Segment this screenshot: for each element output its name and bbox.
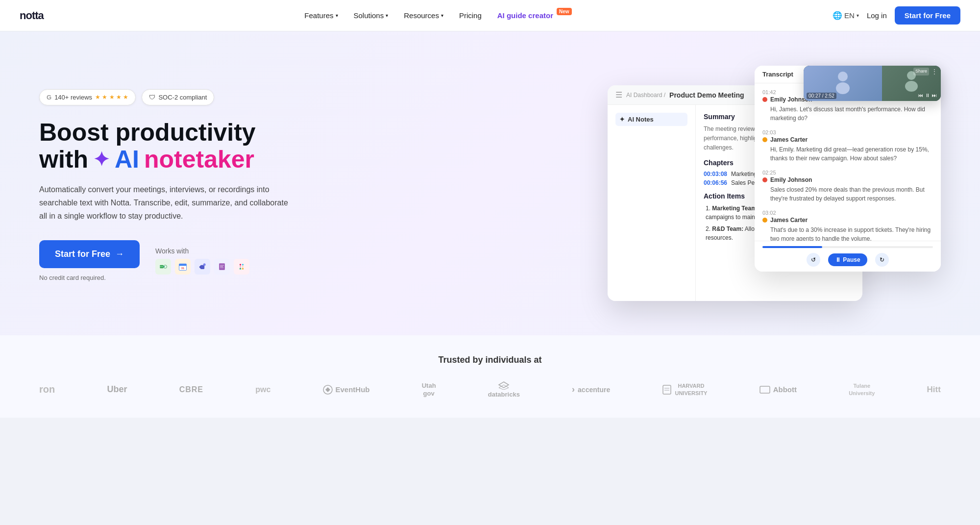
nav-features[interactable]: Features ▾ — [298, 7, 343, 24]
transcript-entry: 03:02 James Carter That's due to a 30% i… — [762, 210, 933, 241]
pause-icon: ⏸ — [835, 256, 841, 263]
logo[interactable]: notta — [20, 9, 44, 22]
google-calendar-icon: 31 — [175, 259, 191, 275]
globe-icon: 🌐 — [833, 11, 842, 20]
g-icon: G — [47, 94, 51, 101]
new-badge: New — [557, 8, 572, 15]
trusted-logos: ron Uber CBRE pwc EventHub Utahgov datab… — [39, 381, 941, 398]
logo-harvard: HARVARDUNIVERSITY — [662, 382, 707, 397]
nav-resources[interactable]: Resources ▾ — [398, 7, 449, 24]
video-time-label: 00:27 / 2:52 — [807, 93, 836, 99]
chevron-down-icon: ▾ — [336, 13, 338, 18]
nav-links: Features ▾ Solutions ▾ Resources ▾ Prici… — [298, 7, 577, 24]
svg-point-21 — [905, 81, 918, 92]
transcript-entry: 02:03 James Carter Hi, Emily. Marketing … — [762, 129, 933, 163]
progress-fill — [762, 246, 822, 248]
svg-rect-9 — [220, 265, 224, 266]
hero-content-left: G 140+ reviews ★ ★ ★ ★ ★ 🛡 SOC-2 complia… — [39, 89, 294, 288]
nav-solutions[interactable]: Solutions ▾ — [348, 7, 394, 24]
video-person1: 00:27 / 2:52 — [804, 66, 882, 101]
shield-icon: 🛡 — [149, 94, 155, 101]
speaker-indicator — [762, 137, 767, 142]
svg-point-15 — [242, 268, 244, 270]
forward-icon: ⏭ — [932, 93, 937, 98]
teams-icon — [195, 259, 210, 275]
transcript-body: 01:42 Emily Johnson Hi, James. Let's dis… — [755, 83, 941, 241]
speaker-row: James Carter — [762, 136, 933, 143]
soc-badge: 🛡 SOC-2 compliant — [142, 89, 214, 105]
integration-icons: 31 — [155, 259, 249, 275]
svg-rect-17 — [243, 266, 244, 268]
demo-meeting-title: Product Demo Meeting — [669, 91, 744, 99]
svg-point-18 — [838, 72, 848, 81]
login-button[interactable]: Log in — [867, 11, 887, 20]
rewind-button[interactable]: ↺ — [807, 253, 820, 267]
speaker-indicator — [762, 177, 767, 182]
more-icon: ⋮ — [931, 68, 938, 75]
video-card: 00:27 / 2:52 Share ⋮ — [804, 66, 941, 101]
hero-section: G 140+ reviews ★ ★ ★ ★ ★ 🛡 SOC-2 complia… — [0, 31, 980, 335]
svg-rect-16 — [240, 266, 241, 268]
nav-start-free-button[interactable]: Start for Free — [895, 6, 960, 25]
breadcrumb: AI Dashboard / — [626, 92, 665, 99]
logo-cbre: CBRE — [179, 385, 203, 394]
play-icon: ⏸ — [925, 93, 930, 98]
svg-point-12 — [240, 264, 241, 265]
works-with-section: Works with 31 — [155, 247, 249, 275]
navigation: notta Features ▾ Solutions ▾ Resources ▾… — [0, 0, 980, 31]
logo-databricks: databricks — [488, 381, 520, 398]
pause-button[interactable]: ⏸ Pause — [828, 253, 867, 266]
chevron-down-icon: ▾ — [441, 13, 443, 18]
slack-icon — [234, 259, 249, 275]
hero-actions: Start for Free → No credit card required… — [39, 240, 294, 281]
speaker-row: James Carter — [762, 217, 933, 224]
logo-eventhub: EventHub — [323, 385, 370, 395]
hero-start-free-button[interactable]: Start for Free → — [39, 240, 140, 268]
no-credit-card-label: No credit card required. — [39, 274, 140, 281]
chevron-down-icon: ▾ — [386, 13, 388, 18]
svg-point-13 — [242, 264, 244, 265]
share-button[interactable]: Share — [913, 68, 929, 75]
language-selector[interactable]: 🌐 EN ▾ — [833, 11, 859, 20]
svg-text:31: 31 — [181, 267, 185, 270]
svg-rect-3 — [179, 264, 187, 266]
speaker-indicator — [762, 97, 767, 102]
transcript-controls: ↺ ⏸ Pause ↻ — [755, 241, 941, 272]
nav-right: 🌐 EN ▾ Log in Start for Free — [833, 6, 960, 25]
svg-point-14 — [240, 268, 241, 270]
nav-ai-guide[interactable]: AI guide creator New — [491, 7, 578, 24]
svg-rect-25 — [663, 385, 671, 394]
star-rating: ★ ★ ★ ★ ★ — [95, 94, 128, 100]
svg-rect-11 — [220, 268, 224, 268]
hero-title: Boost productivity with✦AI notetaker — [39, 119, 294, 173]
logo-pwc: pwc — [255, 385, 270, 394]
svg-point-7 — [199, 266, 201, 268]
rewind-icon: ⏮ — [918, 93, 923, 98]
trusted-section: Trusted by individuals at ron Uber CBRE … — [0, 335, 980, 418]
arrow-icon: → — [115, 249, 124, 259]
progress-bar — [762, 246, 933, 248]
video-person2: Share ⋮ ⏮ ⏸ ⏭ — [882, 66, 941, 101]
hero-description: Automatically convert your meetings, int… — [39, 183, 294, 223]
logo-ron: ron — [39, 384, 55, 395]
menu-icon: ☰ — [615, 90, 622, 100]
svg-point-19 — [836, 82, 850, 94]
logo-tulane: TulaneUniversity — [849, 382, 875, 397]
forward-button[interactable]: ↻ — [875, 253, 889, 267]
nav-pricing[interactable]: Pricing — [453, 7, 488, 24]
logo-abbott: Abbott — [760, 385, 797, 394]
sparkle-icon: ✦ — [93, 149, 110, 170]
logo-accenture: › accenture — [572, 384, 610, 395]
logo-uber: Uber — [107, 384, 127, 395]
ai-notes-tab[interactable]: ✦ AI Notes — [615, 113, 687, 126]
demo-sidebar: ✦ AI Notes — [608, 105, 696, 301]
google-meet-icon — [155, 259, 171, 275]
speaker-row: Emily Johnson — [762, 176, 933, 183]
reviews-badge: G 140+ reviews ★ ★ ★ ★ ★ — [39, 89, 136, 105]
trusted-title: Trusted by individuals at — [39, 355, 941, 365]
ai-notes-icon: ✦ — [619, 116, 625, 123]
svg-point-6 — [203, 264, 206, 266]
hero-demo: 00:27 / 2:52 Share ⋮ — [294, 66, 941, 311]
svg-rect-28 — [760, 386, 770, 393]
demo-wrapper: 00:27 / 2:52 Share ⋮ — [608, 66, 941, 311]
